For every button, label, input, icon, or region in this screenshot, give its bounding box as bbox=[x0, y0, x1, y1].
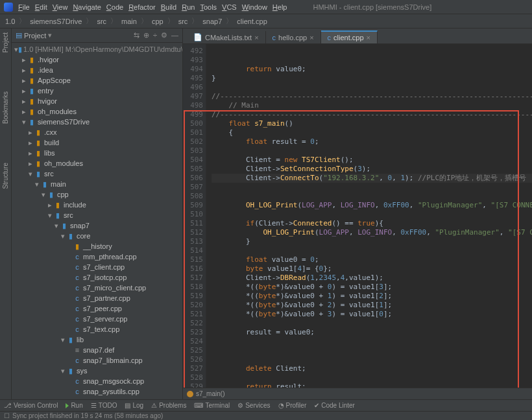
toolstrip-log[interactable]: ▤Log bbox=[125, 402, 143, 409]
project-view-combo[interactable]: ▤ Project ▾ bbox=[16, 31, 52, 40]
menu-help[interactable]: Help bbox=[272, 3, 287, 11]
tree-row[interactable]: ▸▮.idea bbox=[12, 65, 182, 75]
breadcrumb-item[interactable]: cpp bbox=[152, 18, 163, 25]
project-header-icon[interactable]: ⊕ bbox=[143, 31, 149, 40]
toolstrip-code-linter[interactable]: ✔Code Linter bbox=[314, 402, 355, 409]
tree-row[interactable]: cs7_isotcp.cpp bbox=[12, 272, 182, 283]
toolstrip-services[interactable]: ⚙Services bbox=[237, 402, 270, 409]
tree-row[interactable]: cs7_partner.cpp bbox=[12, 293, 182, 303]
line-number-gutter: 4924934944954964974984995005015025035045… bbox=[183, 44, 206, 388]
code-text[interactable]: return value0;} //----------------------… bbox=[206, 44, 532, 388]
stripe-bookmarks[interactable]: Bookmarks bbox=[2, 91, 9, 124]
tree-row[interactable]: ▾▮cpp bbox=[12, 189, 182, 200]
app-logo bbox=[4, 3, 13, 12]
tree-row[interactable]: csnap_tcpsrvr.cpp bbox=[12, 397, 182, 399]
tree-row[interactable]: ▸▮.hvigor bbox=[12, 54, 182, 65]
project-header-icon[interactable]: ⇆ bbox=[134, 31, 139, 40]
tree-row[interactable]: ▮__history bbox=[12, 241, 182, 251]
tree-row[interactable]: cs7_client.cpp bbox=[12, 262, 182, 272]
menu-file[interactable]: File bbox=[18, 3, 30, 11]
close-icon[interactable]: × bbox=[367, 34, 370, 41]
toolstrip-run[interactable]: Run bbox=[66, 402, 82, 409]
breadcrumb-item[interactable]: client.cpp bbox=[237, 18, 267, 25]
editor-breadcrumb-label: s7_main() bbox=[196, 390, 224, 397]
file-icon: 📄 bbox=[193, 33, 202, 41]
breadcrumb-item[interactable]: main bbox=[121, 18, 137, 25]
toolstrip-profiler[interactable]: ◔Profiler bbox=[278, 402, 307, 409]
editor: 📄CMakeLists.txt×chello.cpp×cclient.cpp× … bbox=[183, 29, 532, 399]
window-title: HMHMI - client.cpp [siemensS7Drive] bbox=[313, 3, 431, 11]
project-tree[interactable]: ▾▮1.0 [HMHMI] M:\OpenHarmony\DM4GDTU\dmd… bbox=[12, 43, 182, 399]
tree-row[interactable]: ▾▮src bbox=[12, 169, 182, 179]
project-header: ▤ Project ▾ ⇆⊕÷⚙— bbox=[12, 29, 182, 43]
tree-row[interactable]: ▾▮main bbox=[12, 179, 182, 189]
toolstrip-todo[interactable]: ☰TODO bbox=[91, 402, 117, 409]
breadcrumb-item[interactable]: 1.0 bbox=[5, 18, 15, 25]
menu-build[interactable]: Build bbox=[161, 3, 176, 11]
stripe-project[interactable]: Project bbox=[2, 32, 9, 52]
warning-icon bbox=[187, 391, 193, 397]
tree-row[interactable]: csnap_msgsock.cpp bbox=[12, 376, 182, 386]
close-icon[interactable]: × bbox=[309, 34, 313, 41]
tree-row[interactable]: ▸▮entry bbox=[12, 86, 182, 96]
menu-navigate[interactable]: Navigate bbox=[73, 3, 101, 11]
tree-row[interactable]: ▾▮snap7 bbox=[12, 220, 182, 231]
menu-code[interactable]: Code bbox=[106, 3, 123, 11]
breadcrumb-item[interactable]: snap7 bbox=[202, 18, 222, 25]
menu-window[interactable]: Window bbox=[242, 3, 267, 11]
tree-row[interactable]: cmm_pthread.cpp bbox=[12, 251, 182, 262]
title-bar: FileEditViewNavigateCodeRefactorBuildRun… bbox=[0, 0, 532, 14]
tree-row[interactable]: cs7_peer.cpp bbox=[12, 303, 182, 314]
tree-row[interactable]: cs7_server.cpp bbox=[12, 314, 182, 324]
tree-row[interactable]: ▸▮AppScope bbox=[12, 75, 182, 86]
project-header-icon[interactable]: — bbox=[171, 31, 178, 40]
breadcrumb-item[interactable]: src bbox=[178, 18, 188, 25]
tree-row[interactable]: csnap7_libmain.cpp bbox=[12, 355, 182, 366]
bottom-tool-strip[interactable]: ⎇Version ControlRun☰TODO▤Log⚠Problems⌨Te… bbox=[0, 399, 532, 411]
tree-row[interactable]: cs7_micro_client.cpp bbox=[12, 283, 182, 293]
toolstrip-problems[interactable]: ⚠Problems bbox=[151, 402, 186, 409]
tree-row[interactable]: ▾▮siemensS7Drive bbox=[12, 117, 182, 127]
tree-row[interactable]: ▸▮hvigor bbox=[12, 96, 182, 106]
editor-tab[interactable]: chello.cpp× bbox=[266, 32, 321, 43]
tree-row[interactable]: ▾▮1.0 [HMHMI] M:\OpenHarmony\DM4GDTU\dmd… bbox=[12, 44, 182, 54]
tree-row[interactable]: cs7_text.cpp bbox=[12, 324, 182, 334]
toolstrip-version-control[interactable]: ⎇Version Control bbox=[4, 402, 58, 409]
menu-view[interactable]: View bbox=[53, 3, 68, 11]
tool-window-stripe-left[interactable]: ProjectBookmarksStructure bbox=[0, 29, 12, 399]
file-icon: c bbox=[272, 34, 276, 41]
stripe-structure[interactable]: Structure bbox=[2, 163, 9, 189]
breadcrumb[interactable]: 1.0〉siemensS7Drive〉src〉main〉cpp〉src〉snap… bbox=[0, 14, 532, 29]
breadcrumb-item[interactable]: siemensS7Drive bbox=[30, 18, 82, 25]
tree-row[interactable]: ▸▮.cxx bbox=[12, 127, 182, 137]
project-header-icon[interactable]: ⚙ bbox=[161, 31, 167, 40]
tree-row[interactable]: ▸▮build bbox=[12, 137, 182, 148]
tree-row[interactable]: ▸▮libs bbox=[12, 148, 182, 158]
file-icon: c bbox=[328, 34, 332, 41]
editor-tabs[interactable]: 📄CMakeLists.txt×chello.cpp×cclient.cpp× bbox=[183, 29, 532, 44]
project-header-icon[interactable]: ÷ bbox=[153, 31, 157, 40]
play-icon bbox=[66, 403, 69, 408]
toolstrip-terminal[interactable]: ⌨Terminal bbox=[194, 402, 230, 409]
main-menu[interactable]: FileEditViewNavigateCodeRefactorBuildRun… bbox=[18, 3, 287, 11]
tree-row[interactable]: ≡snap7.def bbox=[12, 345, 182, 355]
menu-edit[interactable]: Edit bbox=[35, 3, 47, 11]
editor-breadcrumb[interactable]: s7_main() bbox=[183, 388, 532, 399]
code-area[interactable]: 4924934944954964974984995005015025035045… bbox=[183, 44, 532, 388]
tree-row[interactable]: ▾▮sys bbox=[12, 366, 182, 376]
tree-row[interactable]: ▾▮lib bbox=[12, 334, 182, 345]
close-icon[interactable]: × bbox=[254, 34, 258, 41]
editor-tab[interactable]: cclient.cpp× bbox=[321, 30, 378, 43]
tree-row[interactable]: ▸▮oh_modules bbox=[12, 158, 182, 169]
breadcrumb-item[interactable]: src bbox=[97, 18, 106, 25]
menu-vcs[interactable]: VCS bbox=[222, 3, 237, 11]
tree-row[interactable]: ▾▮src bbox=[12, 210, 182, 220]
tree-row[interactable]: ▾▮core bbox=[12, 231, 182, 241]
menu-tools[interactable]: Tools bbox=[200, 3, 217, 11]
tree-row[interactable]: ▸▮include bbox=[12, 200, 182, 210]
menu-refactor[interactable]: Refactor bbox=[128, 3, 156, 11]
menu-run[interactable]: Run bbox=[182, 3, 195, 11]
tree-row[interactable]: csnap_sysutils.cpp bbox=[12, 386, 182, 397]
tree-row[interactable]: ▸▮oh_modules bbox=[12, 106, 182, 117]
editor-tab[interactable]: 📄CMakeLists.txt× bbox=[187, 31, 266, 43]
